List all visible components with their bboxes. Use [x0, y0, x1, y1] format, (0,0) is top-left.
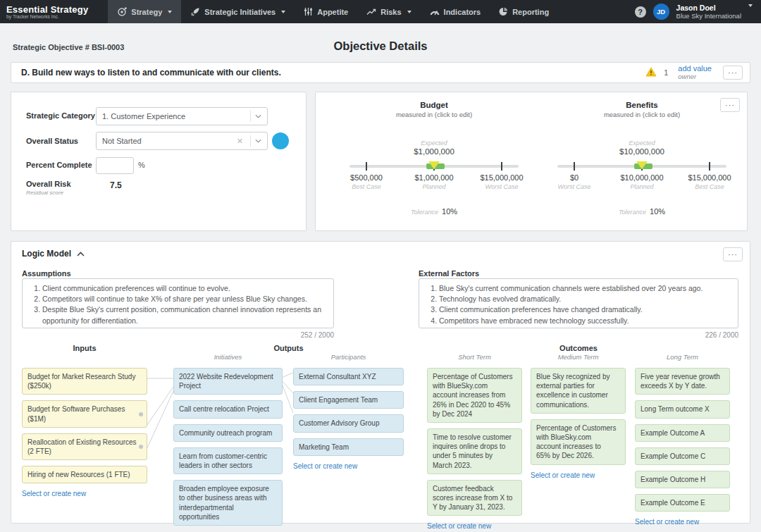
initiative-item[interactable]: 2022 Website Redevelopment Project	[173, 368, 283, 395]
objective-bar: D. Build new ways to listen to and commu…	[11, 62, 750, 83]
input-item[interactable]: Budget for Market Research Study ($250k)	[22, 368, 147, 395]
select-or-create-link[interactable]: Select or create new	[427, 522, 522, 530]
benefits-marker-icon[interactable]	[636, 161, 648, 169]
status-label: Overall Status	[26, 137, 78, 145]
short-term-subheader: Short Term	[427, 353, 522, 362]
initiative-item[interactable]: Broaden employee exposure to other busin…	[173, 480, 283, 526]
input-item[interactable]: Budget for Software Purchases ($1M)	[22, 400, 147, 427]
select-or-create-link[interactable]: Select or create new	[531, 471, 626, 479]
outcome-item[interactable]: Five year revenue growth exceeds X by Y …	[635, 368, 730, 395]
initiative-item[interactable]: Community outreach program	[173, 424, 283, 442]
budget-subtitle[interactable]: measured in (click to edit)	[349, 111, 519, 118]
benefits-tolerance: Tolerance10%	[557, 207, 726, 216]
connector-dot-icon[interactable]	[139, 412, 143, 416]
outcome-item[interactable]: Example Outcome E	[635, 494, 730, 512]
caret-down-icon	[748, 4, 753, 7]
percent-suffix: %	[138, 161, 145, 169]
nav-item-strategy[interactable]: Strategy	[108, 0, 181, 23]
outcome-item[interactable]: Blue Sky recognized by external parties …	[531, 368, 626, 414]
help-icon[interactable]: ?	[635, 6, 646, 18]
medium-term-column: Medium Term Blue Sky recognized by exter…	[531, 353, 626, 479]
tick-value: $0	[536, 173, 613, 182]
tick-case: Worst Case	[536, 183, 613, 190]
initiative-item[interactable]: Learn from customer-centric leaders in o…	[173, 447, 283, 474]
benefits-slider[interactable]	[557, 161, 726, 171]
select-or-create-link[interactable]: Select or create new	[22, 490, 147, 497]
external-factors-textarea[interactable]: Blue Sky's current communication channel…	[419, 278, 738, 328]
tick-value: $15,000,000	[671, 173, 748, 182]
outcome-item[interactable]: Time to resolve customer inquires online…	[427, 428, 522, 474]
budget-expected-value: $1,000,000	[349, 147, 519, 156]
outcome-item[interactable]: Example Outcome A	[635, 424, 730, 442]
initiative-item[interactable]: Call centre relocation Project	[173, 400, 283, 418]
app-logo[interactable]: Essential Strategy by Tracker Networks I…	[0, 0, 95, 23]
participant-item[interactable]: Customer Advisory Group	[293, 414, 404, 432]
outcome-item[interactable]: Customer feedback scores increase from X…	[427, 480, 522, 516]
warning-wrap[interactable]: 1	[645, 67, 668, 78]
nav-menu: Strategy Strategic Initiatives Appetite	[108, 0, 558, 23]
outcome-item[interactable]: Percentage of Customers with BlueSky.com…	[427, 368, 522, 423]
status-select[interactable]: Not Started ✕	[96, 132, 268, 150]
sliders-icon	[304, 7, 313, 16]
select-or-create-link[interactable]: Select or create new	[293, 462, 404, 470]
nav-item-strategic-initiatives[interactable]: Strategic Initiatives	[181, 0, 295, 23]
assumption-item: Despite Blue Sky's current position, com…	[42, 304, 328, 326]
nav-item-reporting[interactable]: Reporting	[490, 0, 558, 23]
budget-slider[interactable]	[349, 161, 519, 171]
connector-dot-icon[interactable]	[139, 445, 143, 449]
medium-term-subheader: Medium Term	[531, 353, 626, 362]
benefits-subtitle[interactable]: measured in (click to edit)	[557, 111, 726, 118]
user-name: Jason Doel	[676, 4, 741, 12]
logic-more-button[interactable]: ···	[723, 247, 743, 261]
participant-item[interactable]: Client Engagement Team	[293, 391, 404, 409]
participant-item[interactable]: External Consultant XYZ	[293, 368, 404, 385]
outcome-item[interactable]: Long Term outcome X	[635, 400, 730, 418]
user-org: Blue Sky International	[676, 12, 741, 20]
outcomes-header: Outcomes	[427, 344, 730, 352]
nav-item-label: Strategy	[131, 8, 162, 16]
nav-item-indicators[interactable]: Indicators	[421, 0, 490, 23]
outcome-item[interactable]: Example Outcome H	[635, 471, 730, 488]
tolerance-label: Tolerance	[619, 209, 646, 216]
risk-sublabel: Residual score	[26, 190, 63, 196]
caret-down-icon	[407, 11, 412, 13]
gauge-icon	[430, 8, 440, 16]
tick-case: Worst Case	[463, 183, 540, 190]
outcome-item[interactable]: Percentage of Customers with BlueSky.com…	[531, 419, 626, 465]
select-or-create-link[interactable]: Select or create new	[635, 518, 730, 526]
objective-title: D. Build new ways to listen to and commu…	[21, 68, 645, 78]
category-label: Strategic Category	[26, 111, 95, 120]
objective-details-page: Essential Strategy by Tracker Networks I…	[0, 0, 761, 532]
nav-item-label: Risks	[380, 8, 401, 16]
add-value-link[interactable]: add value	[678, 64, 712, 73]
user-menu[interactable]: Jason Doel Blue Sky International	[676, 4, 741, 20]
participants-subheader: Participants	[293, 353, 404, 362]
assumptions-textarea[interactable]: Client communication preferences will co…	[22, 278, 334, 328]
caret-down-icon	[168, 11, 172, 13]
objective-more-button[interactable]: ···	[723, 66, 743, 80]
budget-marker-icon[interactable]	[428, 161, 440, 169]
nav-item-appetite[interactable]: Appetite	[295, 0, 357, 23]
input-item[interactable]: Reallocation of Existing Resources (2 FT…	[22, 433, 147, 460]
input-item[interactable]: Hiring of new Resources (1 FTE)	[22, 466, 147, 483]
benefits-title: Benefits	[557, 101, 726, 109]
assumptions-counter: 252 / 2000	[22, 331, 334, 339]
category-value: 1. Customer Experience	[102, 112, 185, 120]
avatar[interactable]: JD	[653, 4, 669, 20]
owner-block: add value owner	[678, 64, 712, 81]
chevron-up-icon[interactable]	[77, 252, 85, 256]
budget-tolerance: Tolerance10%	[349, 207, 519, 216]
benefits-tick-labels: $0Worst Case $10,000,000Planned $15,000,…	[557, 173, 726, 194]
page-title: Objective Details	[0, 39, 761, 53]
nav-item-risks[interactable]: Risks	[357, 0, 420, 23]
clear-icon[interactable]: ✕	[234, 137, 246, 146]
chevron-down-icon	[255, 114, 261, 118]
tick-value: $10,000,000	[603, 173, 681, 182]
category-select[interactable]: 1. Customer Experience	[96, 107, 268, 125]
tick-case: Best Case	[328, 183, 405, 190]
participant-item[interactable]: Marketing Team	[293, 438, 404, 456]
percent-input[interactable]	[96, 157, 134, 174]
tick-case: Planned	[603, 183, 681, 190]
outcome-item[interactable]: Example Outcome C	[635, 447, 730, 465]
logic-model-header[interactable]: Logic Model	[22, 249, 85, 259]
